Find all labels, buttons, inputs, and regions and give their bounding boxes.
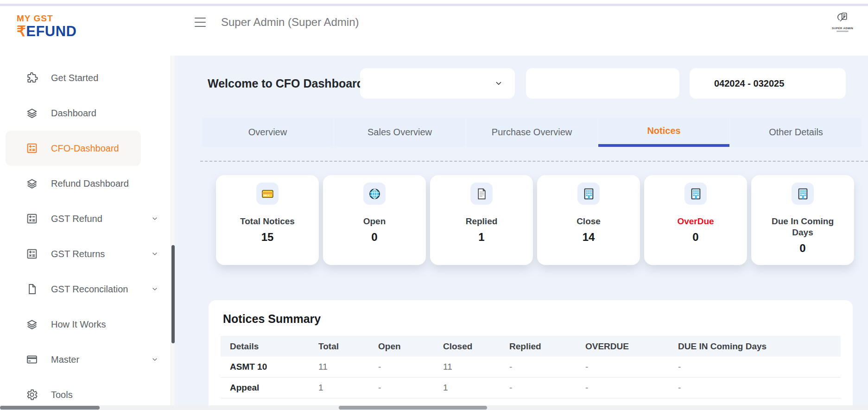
sidebar: Get Started Dashboard CFO-Dashboard Refu… (0, 56, 171, 410)
chevron-down-icon[interactable] (151, 215, 158, 222)
tab-overview[interactable]: Overview (202, 118, 333, 147)
sidebar-item-label: GST Reconcilation (51, 284, 128, 295)
table-row[interactable]: ASMT 10 11 - 11 - - - (221, 357, 841, 378)
card-close[interactable]: Close 14 (537, 175, 640, 265)
sidebar-item-how-it-works[interactable]: How It Works (0, 307, 171, 342)
calculator-icon (25, 247, 39, 261)
card-value: 0 (371, 231, 377, 244)
sidebar-item-label: GST Returns (51, 249, 105, 259)
sidebar-item-master[interactable]: Master (0, 342, 171, 377)
layers-icon (25, 317, 39, 331)
sidebar-item-label: GST Refund (51, 214, 102, 224)
calculator-icon (25, 141, 39, 155)
card-label: Due In Coming Days (763, 216, 842, 238)
hamburger-menu-icon[interactable] (195, 18, 206, 27)
filter-dropdown-1[interactable] (360, 68, 515, 99)
column-header: Replied (509, 341, 585, 352)
tab-label: Sales Overview (367, 127, 432, 138)
tab-bar: Overview Sales Overview Purchase Overvie… (202, 118, 862, 147)
filter-dropdown-2[interactable] (526, 68, 679, 99)
sidebar-item-gst-reconcilation[interactable]: GST Reconcilation (0, 271, 171, 307)
column-header: Details (221, 341, 318, 352)
period-value: 042024 - 032025 (714, 78, 784, 89)
column-header: DUE IN Coming Days (678, 341, 841, 352)
cfo-dashboard-screen: MY GST ₹EFUND Super Admin (Super Admin) … (0, 0, 868, 410)
topbar: MY GST ₹EFUND Super Admin (Super Admin) … (0, 0, 868, 56)
calculator-icon (25, 212, 39, 226)
cell-open: - (378, 362, 443, 372)
table-header-row: Details Total Open Closed Replied OVERDU… (221, 336, 841, 357)
sidebar-item-dashboard[interactable]: Dashboard (0, 95, 171, 131)
card-open[interactable]: Open 0 (323, 175, 426, 265)
profile-subtext (836, 31, 849, 32)
card-value: 1 (478, 231, 484, 244)
signature-stamp-icon (836, 10, 849, 24)
page-title: Super Admin (Super Admin) (221, 16, 359, 29)
notice-stat-cards: Total Notices 15 Open 0 Replied 1 (216, 175, 854, 265)
profile-name: SUPER ADMIN (828, 27, 857, 30)
panel-title: Notices Summary (223, 312, 853, 326)
puzzle-icon (25, 71, 39, 85)
chevron-down-icon[interactable] (151, 250, 158, 258)
vertical-scrollbar-thumb[interactable] (171, 245, 175, 343)
period-selector[interactable]: 042024 - 032025 (690, 68, 846, 99)
main-horizontal-scrollbar-thumb[interactable] (339, 406, 487, 410)
document-icon (470, 183, 493, 205)
logo-line2: ₹EFUND (17, 24, 77, 38)
chevron-down-icon[interactable] (151, 285, 158, 293)
tab-label: Purchase Overview (492, 127, 572, 138)
building-icon (577, 183, 600, 205)
card-overdue[interactable]: OverDue 0 (644, 175, 747, 265)
sidebar-item-label: How It Works (51, 319, 106, 330)
cell-open: - (378, 383, 443, 393)
column-header: Closed (443, 341, 509, 352)
tab-purchase-overview[interactable]: Purchase Overview (466, 118, 597, 147)
tab-sales-overview[interactable]: Sales Overview (334, 118, 465, 147)
card-replied[interactable]: Replied 1 (430, 175, 533, 265)
sidebar-item-label: Tools (51, 390, 73, 400)
cell-overdue: - (585, 383, 678, 393)
tab-notices[interactable]: Notices (598, 118, 729, 147)
credit-card-icon (25, 353, 39, 366)
cell-closed: 11 (443, 362, 509, 372)
app-logo[interactable]: MY GST ₹EFUND (17, 14, 77, 38)
sidebar-item-label: Dashboard (51, 108, 96, 119)
tab-label: Other Details (769, 127, 823, 138)
card-label: OverDue (656, 216, 735, 227)
cell-details: Appeal (221, 383, 318, 393)
cell-overdue: - (585, 362, 678, 372)
column-header: Open (378, 341, 443, 352)
rupee-symbol: ₹ (17, 23, 26, 39)
card-due-in-coming-days[interactable]: Due In Coming Days 0 (751, 175, 854, 265)
card-label: Open (335, 216, 414, 227)
profile-stamp[interactable]: SUPER ADMIN (828, 10, 857, 32)
sidebar-item-get-started[interactable]: Get Started (0, 60, 171, 95)
sidebar-item-gst-refund[interactable]: GST Refund (0, 201, 171, 236)
card-value: 14 (583, 231, 595, 244)
sidebar-horizontal-scrollbar-thumb[interactable] (0, 406, 100, 410)
sidebar-item-label: CFO-Dashboard (51, 143, 119, 154)
card-value: 0 (799, 242, 805, 255)
sidebar-item-gst-returns[interactable]: GST Returns (0, 236, 171, 271)
cell-details: ASMT 10 (221, 362, 318, 372)
sidebar-item-cfo-dashboard[interactable]: CFO-Dashboard (6, 131, 141, 166)
tab-label: Overview (248, 127, 287, 138)
layers-icon (25, 177, 39, 190)
tab-other-details[interactable]: Other Details (730, 118, 862, 147)
cell-total: 1 (318, 383, 378, 393)
layers-icon (25, 106, 39, 120)
cell-closed: 1 (443, 383, 509, 393)
dashed-separator (200, 161, 868, 162)
card-total-notices[interactable]: Total Notices 15 (216, 175, 319, 265)
chevron-down-icon[interactable] (151, 356, 158, 363)
card-value: 15 (261, 231, 274, 244)
building-icon (684, 183, 707, 205)
credit-card-icon (256, 183, 279, 205)
vertical-scrollbar[interactable] (171, 56, 175, 410)
table-row[interactable]: Appeal 1 - 1 - - - (221, 378, 841, 398)
sidebar-item-refund-dashboard[interactable]: Refund Dashboard (0, 166, 171, 201)
main-content: Welcome to CFO Dashboard 042024 - 032025… (175, 56, 868, 410)
cell-replied: - (509, 362, 585, 372)
notices-summary-table: Details Total Open Closed Replied OVERDU… (221, 336, 841, 410)
file-icon (25, 282, 39, 296)
